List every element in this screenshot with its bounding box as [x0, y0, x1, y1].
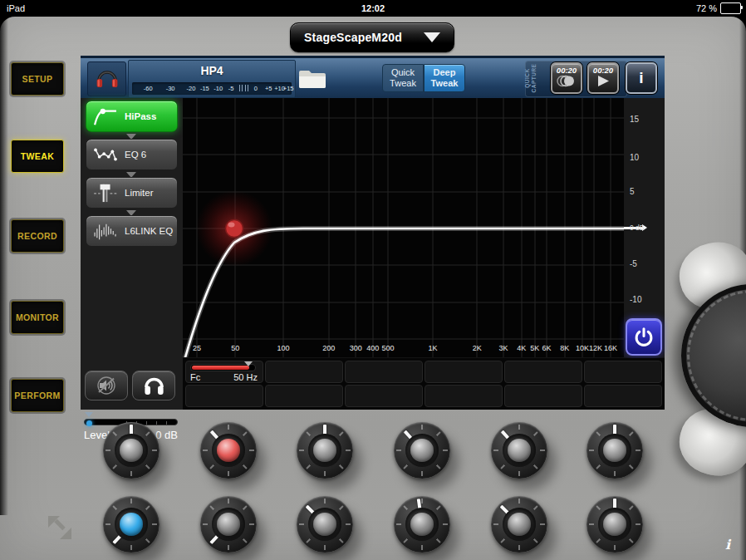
help-info-icon[interactable]: i — [725, 537, 730, 553]
device-selector-dropdown[interactable]: StageScapeM20d — [290, 22, 454, 52]
knob-r2-c6[interactable] — [586, 496, 643, 553]
channel-name: HP4 — [129, 64, 295, 77]
record-timer: 00:20 — [557, 66, 577, 75]
channel-meter: -60 -30 -20 -15 -10 -5 0 +5 +10 +15 — [132, 82, 292, 95]
headphones-monitor-button[interactable] — [132, 371, 175, 400]
level-handle[interactable] — [86, 420, 92, 426]
nav-label: PERFORM — [14, 391, 60, 400]
param-cell-empty — [345, 361, 423, 383]
x-tick: 400 — [366, 344, 379, 352]
tab-label: Deep Tweak — [425, 67, 464, 88]
meter-tick: +5 — [265, 85, 272, 92]
eq-curve-plot — [183, 98, 624, 357]
knob-r2-c1[interactable] — [103, 496, 160, 553]
x-tick: 4K — [517, 344, 526, 352]
meter-tick: -60 — [144, 85, 153, 92]
left-bezel-shadow — [0, 17, 8, 515]
resize-arrows-icon[interactable] — [43, 513, 78, 544]
param-cell-fc[interactable]: Fc 50 Hz — [185, 361, 263, 383]
fx-eq6-button[interactable]: EQ 6 — [86, 139, 178, 170]
nav-setup-button[interactable]: SETUP — [11, 62, 64, 96]
param-cell-empty — [345, 385, 423, 407]
fx-l6link-eq-button[interactable]: L6LINK EQ — [86, 215, 178, 247]
fx-limiter-button[interactable]: Limiter — [86, 177, 178, 209]
nav-label: SETUP — [22, 74, 52, 84]
param-cell-empty — [265, 361, 343, 383]
knob-r1-c2[interactable] — [200, 422, 257, 479]
stagescape-remote-app: iPad 12:02 72 % StageScapeM20d SETUP TWE… — [0, 0, 746, 560]
quick-capture-play-button[interactable]: 00:20 — [587, 62, 619, 94]
fc-value: 50 Hz — [233, 372, 258, 382]
knob-r2-c2[interactable] — [200, 496, 257, 553]
x-tick: 5K — [530, 344, 539, 352]
x-tick: 300 — [350, 344, 362, 352]
play-icon — [596, 75, 611, 87]
nav-record-button[interactable]: RECORD — [11, 219, 64, 253]
knob-cap — [217, 513, 240, 536]
x-tick: 3K — [499, 344, 508, 352]
speaker-mute-button[interactable] — [85, 371, 128, 400]
tab-label: Quick Tweak — [383, 67, 423, 88]
channel-topbar: HP4 -60 -30 -20 -15 -10 -5 0 +5 +10 +15 — [81, 58, 665, 99]
meter-tick: 0 — [254, 85, 258, 92]
level-marker — [85, 412, 93, 417]
knob-cap — [410, 513, 434, 536]
chevron-down-icon — [424, 32, 440, 42]
knob-r1-c4[interactable] — [394, 422, 450, 479]
info-button[interactable]: i — [626, 62, 657, 94]
eq6-icon — [92, 145, 119, 165]
battery-percent: 72 % — [696, 3, 717, 13]
eq-response-graph[interactable]: 25 50 100 200 300 400 500 1K 2K 3K 4K 5K… — [183, 98, 624, 357]
knob-r2-c4[interactable] — [394, 496, 450, 553]
y-tick-zero: 0 dB — [630, 224, 645, 232]
knob-cap — [603, 513, 626, 536]
fx-label: EQ 6 — [125, 150, 146, 160]
knob-cap — [217, 439, 240, 462]
fc-slider-marker[interactable] — [244, 361, 253, 366]
device-selector-label: StageScapeM20d — [304, 31, 402, 44]
nav-tweak-button[interactable]: TWEAK — [11, 140, 64, 173]
fx-hipass-button[interactable]: HiPass — [86, 101, 178, 132]
channel-strip[interactable]: HP4 -60 -30 -20 -15 -10 -5 0 +5 +10 +15 — [128, 60, 296, 98]
meter-tick: -5 — [228, 85, 234, 92]
param-cell-empty — [504, 361, 582, 383]
knob-r2-c3[interactable] — [297, 496, 353, 553]
x-tick: 10K — [576, 344, 589, 352]
y-tick: 10 — [630, 153, 639, 162]
x-tick: 12K — [589, 344, 602, 352]
param-cell-empty — [185, 385, 263, 407]
quick-capture-label: QUICK CAPTURE — [524, 63, 554, 93]
x-tick: 2K — [473, 344, 482, 352]
fc-slider-fill — [192, 366, 249, 370]
knob-r1-c5[interactable] — [491, 422, 547, 479]
param-cell-empty — [425, 361, 503, 383]
meter-center-ticks — [239, 85, 250, 91]
quick-capture-record-button[interactable]: 00:20 — [551, 62, 582, 94]
presets-folder-button[interactable] — [297, 61, 328, 95]
tab-deep-tweak[interactable]: Deep Tweak — [424, 64, 465, 92]
tab-quick-tweak[interactable]: Quick Tweak — [382, 64, 424, 92]
fx-label: Limiter — [125, 188, 154, 198]
meter-tick: -15 — [200, 85, 209, 92]
x-tick: 100 — [277, 344, 290, 352]
knob-r2-c5[interactable] — [491, 496, 547, 553]
knob-r1-c3[interactable] — [297, 422, 353, 479]
fx-power-button[interactable] — [626, 318, 662, 356]
knob-cap — [603, 439, 626, 462]
filter-control-point[interactable] — [226, 220, 243, 238]
headphones-channel-button[interactable] — [87, 61, 126, 96]
speaker-muted-icon — [96, 376, 117, 395]
knob-r1-c1[interactable] — [103, 422, 160, 479]
fc-slider[interactable] — [190, 364, 256, 371]
x-tick: 25 — [193, 344, 201, 352]
red-headphones-icon — [95, 69, 120, 89]
meter-tick: -30 — [166, 85, 175, 92]
nav-monitor-button[interactable]: MONITOR — [11, 301, 64, 334]
param-cell-empty — [504, 385, 582, 407]
nav-perform-button[interactable]: PERFORM — [11, 379, 64, 412]
hipass-curve-icon — [92, 106, 119, 126]
y-tick: 5 — [630, 187, 635, 196]
knob-r1-c6[interactable] — [586, 422, 643, 479]
x-tick: 500 — [381, 344, 394, 352]
knob-cap — [120, 513, 143, 536]
